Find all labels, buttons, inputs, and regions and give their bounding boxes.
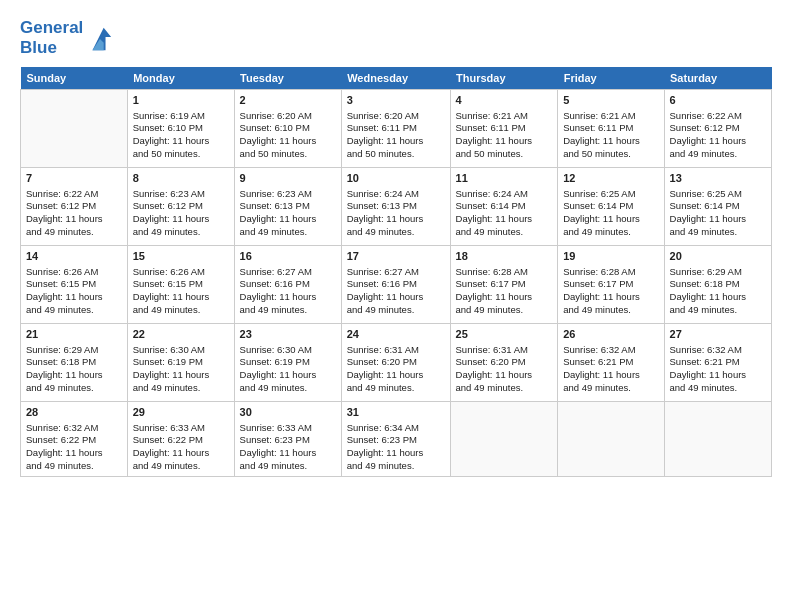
day-info: and 49 minutes. (133, 304, 229, 317)
day-info: and 49 minutes. (26, 460, 122, 473)
day-number: 27 (670, 327, 766, 342)
calendar-cell: 11Sunrise: 6:24 AMSunset: 6:14 PMDayligh… (450, 167, 558, 245)
calendar-cell: 20Sunrise: 6:29 AMSunset: 6:18 PMDayligh… (664, 245, 771, 323)
calendar-cell: 23Sunrise: 6:30 AMSunset: 6:19 PMDayligh… (234, 323, 341, 401)
day-number: 9 (240, 171, 336, 186)
day-info: Daylight: 11 hours (347, 291, 445, 304)
day-info: and 49 minutes. (26, 304, 122, 317)
day-info: Sunrise: 6:32 AM (670, 344, 766, 357)
day-info: Daylight: 11 hours (456, 369, 553, 382)
day-info: Sunrise: 6:27 AM (240, 266, 336, 279)
day-info: Sunrise: 6:20 AM (240, 110, 336, 123)
week-row-3: 14Sunrise: 6:26 AMSunset: 6:15 PMDayligh… (21, 245, 772, 323)
day-number: 2 (240, 93, 336, 108)
day-info: and 49 minutes. (563, 304, 658, 317)
week-row-5: 28Sunrise: 6:32 AMSunset: 6:22 PMDayligh… (21, 401, 772, 476)
day-info: Sunset: 6:21 PM (670, 356, 766, 369)
calendar-cell: 28Sunrise: 6:32 AMSunset: 6:22 PMDayligh… (21, 401, 128, 476)
day-info: and 49 minutes. (456, 382, 553, 395)
calendar-cell: 21Sunrise: 6:29 AMSunset: 6:18 PMDayligh… (21, 323, 128, 401)
day-info: Sunset: 6:22 PM (26, 434, 122, 447)
calendar-cell: 15Sunrise: 6:26 AMSunset: 6:15 PMDayligh… (127, 245, 234, 323)
weekday-header-monday: Monday (127, 67, 234, 90)
calendar-cell: 17Sunrise: 6:27 AMSunset: 6:16 PMDayligh… (341, 245, 450, 323)
day-number: 17 (347, 249, 445, 264)
week-row-2: 7Sunrise: 6:22 AMSunset: 6:12 PMDaylight… (21, 167, 772, 245)
day-info: Daylight: 11 hours (133, 369, 229, 382)
day-info: Sunset: 6:19 PM (133, 356, 229, 369)
weekday-header-saturday: Saturday (664, 67, 771, 90)
day-info: Daylight: 11 hours (133, 447, 229, 460)
calendar-cell: 18Sunrise: 6:28 AMSunset: 6:17 PMDayligh… (450, 245, 558, 323)
day-info: and 50 minutes. (563, 148, 658, 161)
day-number: 3 (347, 93, 445, 108)
day-info: Daylight: 11 hours (670, 213, 766, 226)
day-info: Sunrise: 6:21 AM (563, 110, 658, 123)
day-info: Daylight: 11 hours (240, 369, 336, 382)
day-info: Sunset: 6:13 PM (240, 200, 336, 213)
day-info: Sunset: 6:19 PM (240, 356, 336, 369)
day-info: Daylight: 11 hours (456, 135, 553, 148)
calendar-cell: 1Sunrise: 6:19 AMSunset: 6:10 PMDaylight… (127, 89, 234, 167)
day-info: Sunset: 6:14 PM (563, 200, 658, 213)
day-number: 6 (670, 93, 766, 108)
day-info: and 49 minutes. (670, 382, 766, 395)
day-info: Sunset: 6:12 PM (26, 200, 122, 213)
calendar-cell: 16Sunrise: 6:27 AMSunset: 6:16 PMDayligh… (234, 245, 341, 323)
calendar-cell: 2Sunrise: 6:20 AMSunset: 6:10 PMDaylight… (234, 89, 341, 167)
calendar-cell: 25Sunrise: 6:31 AMSunset: 6:20 PMDayligh… (450, 323, 558, 401)
day-number: 13 (670, 171, 766, 186)
day-info: Daylight: 11 hours (26, 369, 122, 382)
weekday-header-wednesday: Wednesday (341, 67, 450, 90)
calendar-cell (450, 401, 558, 476)
calendar-cell: 19Sunrise: 6:28 AMSunset: 6:17 PMDayligh… (558, 245, 664, 323)
day-info: and 49 minutes. (240, 460, 336, 473)
day-info: and 49 minutes. (670, 148, 766, 161)
day-info: and 49 minutes. (26, 382, 122, 395)
day-info: and 49 minutes. (347, 226, 445, 239)
day-info: Sunset: 6:22 PM (133, 434, 229, 447)
day-info: Sunset: 6:21 PM (563, 356, 658, 369)
day-info: and 49 minutes. (347, 304, 445, 317)
calendar-cell: 10Sunrise: 6:24 AMSunset: 6:13 PMDayligh… (341, 167, 450, 245)
weekday-header-sunday: Sunday (21, 67, 128, 90)
day-info: Daylight: 11 hours (240, 447, 336, 460)
day-number: 23 (240, 327, 336, 342)
day-info: Daylight: 11 hours (26, 291, 122, 304)
calendar-table: SundayMondayTuesdayWednesdayThursdayFrid… (20, 67, 772, 477)
day-info: Sunset: 6:17 PM (563, 278, 658, 291)
day-info: Daylight: 11 hours (240, 291, 336, 304)
day-number: 5 (563, 93, 658, 108)
day-info: Sunset: 6:18 PM (670, 278, 766, 291)
day-info: and 49 minutes. (133, 382, 229, 395)
day-info: Sunset: 6:10 PM (240, 122, 336, 135)
day-info: Daylight: 11 hours (240, 213, 336, 226)
day-info: Sunrise: 6:32 AM (26, 422, 122, 435)
day-info: Sunrise: 6:27 AM (347, 266, 445, 279)
day-info: Daylight: 11 hours (456, 213, 553, 226)
day-info: and 50 minutes. (347, 148, 445, 161)
day-info: Daylight: 11 hours (563, 135, 658, 148)
calendar-cell: 3Sunrise: 6:20 AMSunset: 6:11 PMDaylight… (341, 89, 450, 167)
day-info: Sunrise: 6:31 AM (456, 344, 553, 357)
day-info: Daylight: 11 hours (347, 135, 445, 148)
day-info: Sunrise: 6:30 AM (133, 344, 229, 357)
day-info: Sunset: 6:10 PM (133, 122, 229, 135)
day-info: Sunrise: 6:29 AM (670, 266, 766, 279)
calendar-cell: 26Sunrise: 6:32 AMSunset: 6:21 PMDayligh… (558, 323, 664, 401)
day-info: Sunrise: 6:24 AM (456, 188, 553, 201)
day-number: 30 (240, 405, 336, 420)
week-row-1: 1Sunrise: 6:19 AMSunset: 6:10 PMDaylight… (21, 89, 772, 167)
weekday-header-thursday: Thursday (450, 67, 558, 90)
day-info: and 49 minutes. (240, 382, 336, 395)
day-info: Sunrise: 6:24 AM (347, 188, 445, 201)
day-number: 18 (456, 249, 553, 264)
day-info: Sunset: 6:16 PM (240, 278, 336, 291)
calendar-cell: 5Sunrise: 6:21 AMSunset: 6:11 PMDaylight… (558, 89, 664, 167)
day-info: Daylight: 11 hours (347, 369, 445, 382)
day-info: and 49 minutes. (133, 226, 229, 239)
day-info: and 50 minutes. (456, 148, 553, 161)
day-number: 11 (456, 171, 553, 186)
day-info: and 49 minutes. (456, 304, 553, 317)
day-info: Sunset: 6:11 PM (456, 122, 553, 135)
